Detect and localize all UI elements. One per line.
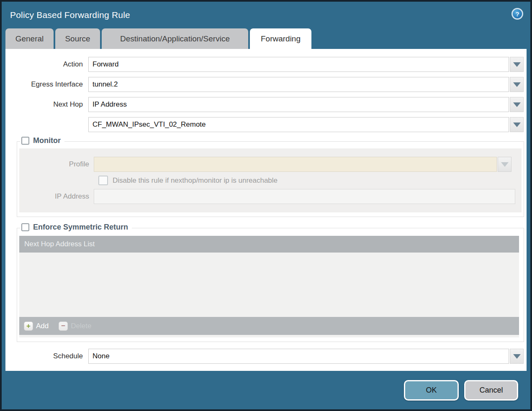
next-hop-address-combo: CF_MWAN_IPsec_VTI_02_Remote xyxy=(88,117,524,132)
action-label: Action xyxy=(5,60,88,69)
schedule-dropdown-button[interactable] xyxy=(510,349,524,364)
chevron-down-icon xyxy=(513,354,521,359)
help-icon: ? xyxy=(515,10,519,18)
disable-rule-row: Disable this rule if nexthop/monitor ip … xyxy=(19,176,522,185)
enforce-symmetric-return-legend-label: Enforce Symmetric Return xyxy=(33,223,128,232)
monitor-ip-address-label: IP Address xyxy=(19,192,94,201)
disable-rule-label: Disable this rule if nexthop/monitor ip … xyxy=(113,176,278,185)
next-hop-address-list-toolbar: + Add − Delete xyxy=(19,317,519,335)
next-hop-type-input[interactable]: IP Address xyxy=(88,97,509,112)
policy-based-forwarding-dialog: Policy Based Forwarding Rule ? General S… xyxy=(0,0,532,411)
monitor-checkbox[interactable] xyxy=(21,137,29,145)
chevron-down-icon xyxy=(513,82,521,87)
tab-destination-application-service[interactable]: Destination/Application/Service xyxy=(102,28,248,49)
delete-button-label: Delete xyxy=(71,322,91,330)
next-hop-address-list-body xyxy=(19,253,519,317)
monitor-ip-address-row: IP Address xyxy=(19,189,522,204)
next-hop-address-input[interactable]: CF_MWAN_IPsec_VTI_02_Remote xyxy=(88,117,509,132)
next-hop-address-dropdown-button[interactable] xyxy=(510,117,524,132)
next-hop-row: Next Hop IP Address xyxy=(5,97,524,112)
monitor-legend: Monitor xyxy=(20,136,64,145)
monitor-fieldset: Monitor Profile Disable this rule if nex… xyxy=(17,141,524,217)
schedule-label: Schedule xyxy=(5,352,88,360)
tab-source[interactable]: Source xyxy=(55,28,100,49)
chevron-down-icon xyxy=(513,62,521,67)
next-hop-address-list-header: Next Hop Address List xyxy=(19,236,519,253)
tab-general[interactable]: General xyxy=(5,28,54,49)
dialog-title: Policy Based Forwarding Rule xyxy=(10,10,130,20)
add-button-label: Add xyxy=(36,322,49,330)
action-row: Action Forward xyxy=(5,57,524,72)
enforce-symmetric-return-legend: Enforce Symmetric Return xyxy=(20,223,132,232)
action-dropdown-button[interactable] xyxy=(510,57,524,72)
plus-icon: + xyxy=(24,322,33,331)
dialog-footer: OK Cancel xyxy=(2,371,530,409)
monitor-panel: Profile Disable this rule if nexthop/mon… xyxy=(19,148,522,212)
chevron-down-icon xyxy=(513,102,521,107)
forwarding-tab-panel: Action Forward Egress Interface tunnel.2… xyxy=(5,49,527,371)
next-hop-label: Next Hop xyxy=(5,100,88,109)
disable-rule-checkbox xyxy=(98,176,108,185)
delete-button: − Delete xyxy=(59,322,91,331)
tab-destination-label: Destination/Application/Service xyxy=(120,34,230,43)
egress-interface-row: Egress Interface tunnel.2 xyxy=(5,77,524,92)
profile-dropdown-button xyxy=(498,157,511,172)
profile-input xyxy=(94,157,497,172)
table-bottom-strip xyxy=(19,335,519,337)
egress-interface-label: Egress Interface xyxy=(5,80,88,89)
monitor-legend-label: Monitor xyxy=(33,136,61,145)
chevron-down-icon xyxy=(513,123,521,127)
enforce-symmetric-return-checkbox[interactable] xyxy=(21,223,29,231)
minus-icon: − xyxy=(59,322,68,331)
egress-interface-dropdown-button[interactable] xyxy=(510,77,524,92)
schedule-row: Schedule None xyxy=(5,349,524,364)
cancel-button[interactable]: Cancel xyxy=(464,380,518,401)
next-hop-address-list-table: Next Hop Address List + Add − Delete xyxy=(19,236,519,337)
dialog-titlebar: Policy Based Forwarding Rule ? xyxy=(2,2,530,28)
chevron-down-icon xyxy=(501,162,509,167)
schedule-combo: None xyxy=(88,349,524,364)
enforce-symmetric-return-fieldset: Enforce Symmetric Return Next Hop Addres… xyxy=(17,228,524,342)
monitor-ip-address-input xyxy=(94,189,515,204)
egress-interface-combo: tunnel.2 xyxy=(88,77,524,92)
ok-button[interactable]: OK xyxy=(404,380,459,401)
next-hop-address-row: CF_MWAN_IPsec_VTI_02_Remote xyxy=(5,117,524,132)
schedule-input[interactable]: None xyxy=(88,349,509,364)
tab-bar: General Source Destination/Application/S… xyxy=(2,28,530,49)
tab-forwarding-label: Forwarding xyxy=(261,34,301,43)
tab-source-label: Source xyxy=(65,34,90,43)
tab-general-label: General xyxy=(15,34,44,43)
add-button[interactable]: + Add xyxy=(24,322,49,331)
action-combo: Forward xyxy=(88,57,524,72)
profile-row: Profile xyxy=(19,157,522,172)
next-hop-dropdown-button[interactable] xyxy=(510,97,524,112)
tab-forwarding[interactable]: Forwarding xyxy=(250,28,311,49)
next-hop-combo: IP Address xyxy=(88,97,524,112)
egress-interface-input[interactable]: tunnel.2 xyxy=(88,77,509,92)
action-input[interactable]: Forward xyxy=(88,57,509,72)
help-button[interactable]: ? xyxy=(511,8,523,20)
profile-label: Profile xyxy=(19,160,94,168)
